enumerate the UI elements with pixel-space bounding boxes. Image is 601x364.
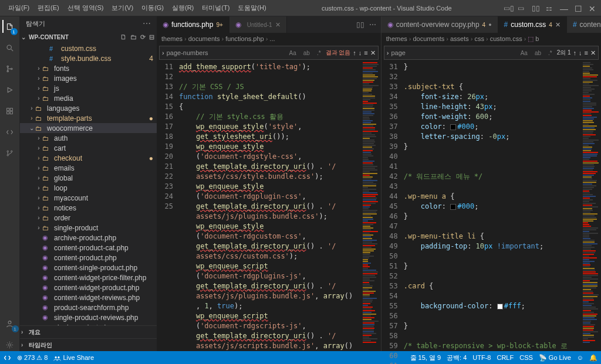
editor-tab[interactable]: #conten●	[567, 16, 601, 33]
indentation[interactable]: 공백: 4	[447, 353, 467, 362]
menu-item[interactable]: 실행(R)	[168, 2, 197, 13]
breadcrumb-item[interactable]: documents	[188, 35, 220, 42]
folder-item[interactable]: ›🗀emails	[20, 163, 157, 173]
folder-item[interactable]: ›🗀fonts	[20, 63, 157, 73]
folder-item[interactable]: ›🗀single-product	[20, 223, 157, 233]
customize-icon[interactable]: ⚏	[546, 4, 554, 12]
folder-item[interactable]: ›🗀loop	[20, 183, 157, 193]
close-tab-icon[interactable]: ✕	[555, 21, 561, 29]
menu-item[interactable]: 이동(G)	[138, 2, 167, 13]
folder-item[interactable]: ›🗀cart	[20, 143, 157, 153]
sidebar-more-icon[interactable]: ⋯	[143, 19, 151, 28]
code-editor-right[interactable]: 3132333435363738394041424344454647484950…	[381, 61, 601, 351]
editor-tab[interactable]: #custom.css4✕	[498, 16, 567, 33]
breadcrumb-item[interactable]: themes	[386, 35, 407, 42]
run-tab-icon[interactable]	[4, 83, 16, 96]
file-tree[interactable]: #custom.css#style.bundle.css4›🗀fonts›🗀im…	[20, 43, 157, 325]
minimap-right[interactable]	[582, 61, 601, 351]
layout-icon[interactable]: ▭▯	[504, 4, 512, 12]
panel-icon[interactable]: ▭	[518, 4, 526, 12]
more-actions-icon[interactable]: ⋯	[369, 21, 376, 29]
explorer-section-header[interactable]: ⌄ WP-CONTENT 🗋 🗀 ⟳ ⊟	[20, 30, 157, 43]
close-find-icon[interactable]: ✕	[590, 49, 596, 57]
close-tab-icon[interactable]: ✕	[275, 21, 281, 29]
account-icon[interactable]	[4, 317, 16, 330]
find-widget-right[interactable]: › page Aa ab .* 2의 1 ↑ ↓ ≡ ✕	[384, 46, 599, 60]
cursor-position[interactable]: 줄 15, 열 9	[410, 353, 441, 362]
menu-item[interactable]: 도움말(H)	[234, 2, 269, 13]
folder-item[interactable]: ›🗀template-parts●	[20, 113, 157, 123]
folder-item[interactable]: ⌄🗀woocommerce	[20, 123, 157, 133]
new-file-icon[interactable]: 🗋	[120, 33, 127, 41]
minimize-button[interactable]: —	[560, 4, 568, 12]
file-item[interactable]: ◉content-single-product.php	[20, 263, 157, 273]
breadcrumb-item[interactable]: themes	[161, 35, 183, 42]
breadcrumb-left[interactable]: themes›documents›functions.php›...	[157, 33, 381, 45]
breadcrumb-item[interactable]: assets	[450, 35, 469, 42]
search-tab-icon[interactable]	[4, 41, 16, 54]
chevron-right-icon[interactable]: ›	[387, 49, 389, 56]
breadcrumb-item[interactable]: custom.css	[490, 35, 522, 42]
match-case-icon[interactable]: Aa	[518, 49, 530, 57]
file-item[interactable]: ◉content-product-cat.php	[20, 243, 157, 253]
close-button[interactable]: ✕	[588, 4, 596, 12]
menu-item[interactable]: 보기(V)	[108, 2, 137, 13]
menu-item[interactable]: 편집(E)	[34, 2, 63, 13]
file-item[interactable]: ◉product-searchform.php	[20, 302, 157, 312]
regex-icon[interactable]: .*	[315, 49, 323, 57]
file-item[interactable]: ◉content-widget-reviews.php	[20, 292, 157, 302]
file-item[interactable]: ◉archive-product.php	[20, 233, 157, 243]
split-editor-icon[interactable]: ▯▯	[356, 21, 364, 29]
breadcrumb-item[interactable]: css	[474, 35, 484, 42]
code-content-right[interactable]: } .subject-txt { font-size: 26px; line-h…	[404, 61, 582, 351]
folder-item[interactable]: ›🗀languages	[20, 103, 157, 113]
feedback-icon[interactable]: ☺	[577, 354, 583, 361]
language-mode[interactable]: CSS	[519, 354, 533, 361]
breadcrumb-item[interactable]: functions.php	[225, 35, 264, 42]
encoding[interactable]: UTF-8	[472, 354, 491, 361]
eol[interactable]: CRLF	[497, 354, 514, 361]
folder-item[interactable]: ›🗀checkout●	[20, 153, 157, 163]
menu-item[interactable]: 파일(F)	[5, 2, 33, 13]
file-item[interactable]: ◉content-widget-product.php	[20, 283, 157, 292]
code-editor-left[interactable]: 111213141516171819202122232425 add_theme…	[157, 61, 381, 351]
find-selection-icon[interactable]: ≡	[585, 49, 588, 56]
folder-item[interactable]: ›🗀js	[20, 83, 157, 93]
find-widget-left[interactable]: › page-numbers Aa ab .* 결과 없음 ↑ ↓ ≡ ✕	[159, 46, 379, 60]
editor-tab[interactable]: ◉Untitled-1✕	[229, 16, 287, 33]
minimap-left[interactable]	[362, 61, 381, 351]
remote-tab-icon[interactable]	[4, 125, 16, 138]
regex-icon[interactable]: .*	[546, 49, 555, 57]
menu-item[interactable]: 선택 영역(S)	[64, 2, 107, 13]
folder-item[interactable]: ›🗀myaccount	[20, 193, 157, 203]
timeline-section[interactable]: ›타임라인	[20, 338, 157, 351]
folder-item[interactable]: ›🗀global	[20, 173, 157, 183]
next-match-icon[interactable]: ↓	[359, 49, 362, 56]
folder-item[interactable]: ›🗀media	[20, 93, 157, 103]
refresh-icon[interactable]: ⟳	[140, 33, 146, 41]
match-case-icon[interactable]: Aa	[287, 49, 299, 57]
file-item[interactable]: ◉content-product.php	[20, 253, 157, 263]
breadcrumb-right[interactable]: themes›documents›assets›css›custom.css›⬚…	[381, 33, 601, 45]
remote-indicator[interactable]	[4, 354, 11, 362]
problems-indicator[interactable]: ⊗273 ⚠8	[17, 354, 48, 362]
folder-item[interactable]: ›🗀notices	[20, 203, 157, 213]
prev-match-icon[interactable]: ↑	[573, 49, 577, 56]
find-selection-icon[interactable]: ≡	[364, 49, 367, 56]
sidebar-right-icon[interactable]: ▯▯	[532, 4, 540, 12]
source-control-tab-icon[interactable]	[4, 62, 16, 75]
breadcrumb-item[interactable]: ...	[269, 35, 275, 42]
outline-section[interactable]: ›개요	[20, 325, 157, 338]
new-folder-icon[interactable]: 🗀	[130, 33, 137, 41]
liveshare-indicator[interactable]: Live Share	[53, 354, 94, 362]
explorer-tab-icon[interactable]	[2, 20, 15, 33]
go-live[interactable]: 📡 Go Live	[539, 354, 571, 362]
code-content-left[interactable]: add_theme_support('title-tag'); // 기본 CS…	[179, 61, 362, 351]
close-find-icon[interactable]: ✕	[370, 49, 376, 57]
breadcrumb-item[interactable]: documents	[413, 35, 445, 42]
editor-tab[interactable]: ◉functions.php9+	[157, 16, 229, 33]
file-item[interactable]: ◉single-product-reviews.php	[20, 312, 157, 322]
git-branch-tab-icon[interactable]	[4, 147, 16, 159]
file-item[interactable]: #style.bundle.css4	[20, 53, 157, 63]
maximize-button[interactable]: ☐	[574, 4, 582, 12]
